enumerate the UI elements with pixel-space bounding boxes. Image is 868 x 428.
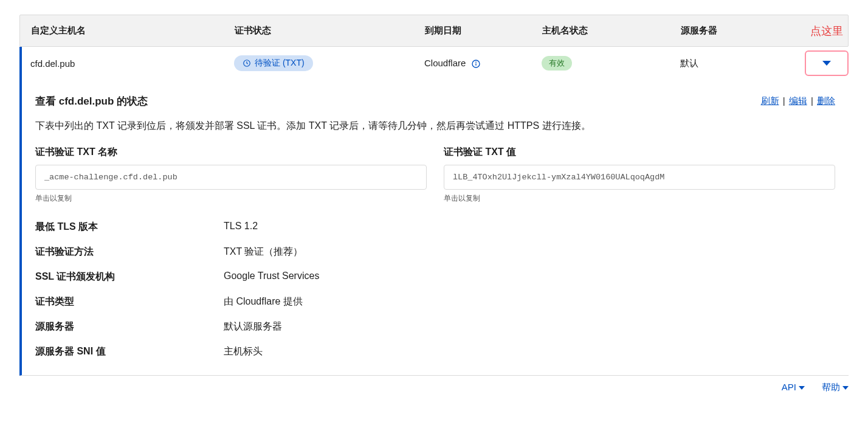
txt-grid: 证书验证 TXT 名称 _acme-challenge.cfd.del.pub … — [35, 146, 835, 204]
origin-sni-value: 主机标头 — [224, 345, 835, 358]
min-tls-label: 最低 TLS 版本 — [35, 221, 224, 233]
txt-value-copy-hint: 单击以复制 — [444, 193, 835, 204]
txt-name-copy-hint: 单击以复制 — [35, 193, 427, 204]
expand-button[interactable] — [805, 50, 849, 76]
chevron-down-icon — [799, 386, 805, 390]
info-icon[interactable] — [471, 59, 481, 69]
origin-value: 默认源服务器 — [224, 320, 835, 333]
txt-name-box[interactable]: _acme-challenge.cfd.del.pub — [35, 165, 427, 190]
pending-badge: 待验证 (TXT) — [234, 55, 313, 71]
edit-link[interactable]: 编辑 — [789, 95, 807, 106]
row-origin: 默认 — [680, 58, 765, 69]
table-row: cfd.del.pub 待验证 (TXT) Cloudflare — [22, 47, 849, 80]
cert-type-label: 证书类型 — [35, 295, 224, 308]
expiry-text: Cloudflare — [424, 58, 466, 68]
active-badge: 有效 — [542, 56, 572, 71]
detail-actions: 刷新 | 编辑 | 删除 — [761, 95, 836, 107]
header-hostname: 自定义主机名 — [31, 25, 235, 36]
clock-icon — [243, 59, 251, 67]
separator: | — [783, 95, 785, 106]
help-link-text: 帮助 — [822, 382, 840, 392]
cert-method-label: 证书验证方法 — [35, 246, 224, 258]
api-link[interactable]: API — [782, 382, 805, 392]
txt-value-column: 证书验证 TXT 值 lLB_4TOxh2UlJjekcll-ymXzal4YW… — [444, 146, 835, 204]
chevron-down-icon — [822, 61, 831, 66]
ssl-ca-value: Google Trust Services — [224, 271, 835, 283]
ssl-ca-label: SSL 证书颁发机构 — [35, 271, 224, 283]
origin-label: 源服务器 — [35, 320, 224, 333]
detail-description: 下表中列出的 TXT 记录到位后，将颁发并部署 SSL 证书。添加 TXT 记录… — [35, 118, 835, 134]
table-header: 自定义主机名 证书状态 到期日期 主机名状态 源服务器 点这里 — [19, 15, 849, 47]
separator: | — [811, 95, 813, 106]
header-cert-status: 证书状态 — [235, 25, 425, 36]
properties-grid: 最低 TLS 版本 TLS 1.2 证书验证方法 TXT 验证（推荐） SSL … — [35, 221, 835, 358]
origin-sni-label: 源服务器 SNI 值 — [35, 345, 224, 358]
api-link-text: API — [782, 382, 796, 392]
row-expiry: Cloudflare — [424, 58, 542, 69]
txt-value-box[interactable]: lLB_4TOxh2UlJjekcll-ymXzal4YW0160UALqoqA… — [444, 165, 835, 190]
chevron-down-icon — [842, 386, 849, 390]
min-tls-value: TLS 1.2 — [224, 221, 835, 233]
pending-badge-text: 待验证 (TXT) — [255, 58, 305, 69]
cert-method-value: TXT 验证（推荐） — [224, 246, 835, 258]
footer-links: API 帮助 — [19, 376, 849, 399]
row-host-status: 有效 — [542, 56, 680, 71]
svg-point-3 — [475, 62, 476, 63]
refresh-link[interactable]: 刷新 — [761, 95, 779, 106]
detail-header: 查看 cfd.del.pub 的状态 刷新 | 编辑 | 删除 — [35, 94, 835, 108]
detail-panel: 查看 cfd.del.pub 的状态 刷新 | 编辑 | 删除 下表中列出的 T… — [22, 80, 849, 375]
header-expiry: 到期日期 — [425, 25, 542, 36]
hostname-row-expanded: cfd.del.pub 待验证 (TXT) Cloudflare — [19, 47, 849, 376]
click-here-hint: 点这里 — [810, 24, 843, 38]
row-cert-status: 待验证 (TXT) — [234, 55, 424, 71]
txt-name-column: 证书验证 TXT 名称 _acme-challenge.cfd.del.pub … — [35, 146, 427, 204]
header-host-status: 主机名状态 — [542, 25, 681, 36]
delete-link[interactable]: 删除 — [817, 95, 835, 106]
header-origin: 源服务器 — [681, 25, 766, 36]
help-link[interactable]: 帮助 — [822, 382, 849, 392]
cert-type-value: 由 Cloudflare 提供 — [224, 295, 835, 308]
txt-name-label: 证书验证 TXT 名称 — [35, 146, 427, 159]
detail-title: 查看 cfd.del.pub 的状态 — [35, 94, 148, 108]
row-hostname: cfd.del.pub — [30, 58, 234, 69]
txt-value-label: 证书验证 TXT 值 — [444, 146, 835, 159]
